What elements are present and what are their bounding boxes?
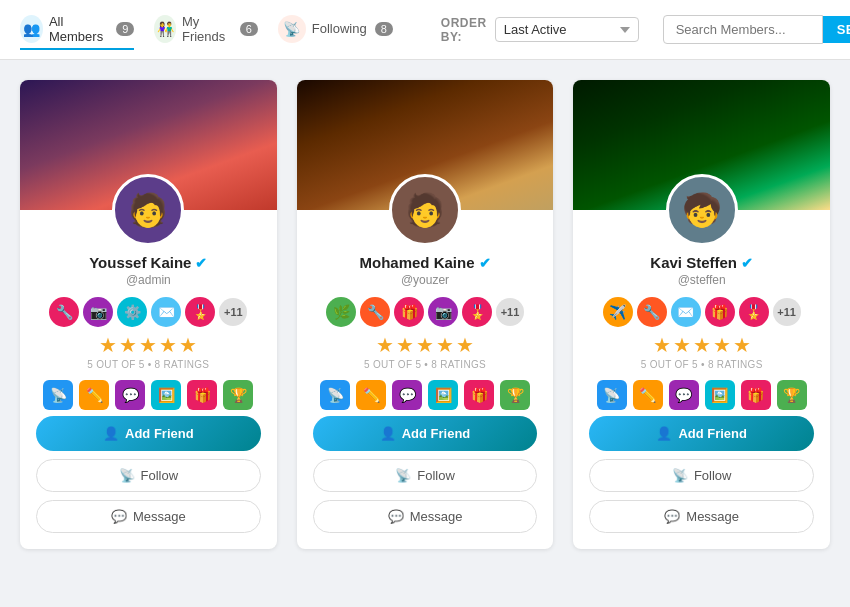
message-icon: 💬 xyxy=(388,509,404,524)
avatar: 🧒 xyxy=(666,174,738,246)
action-icon-5[interactable]: 🏆 xyxy=(777,380,807,410)
badges-row: 🌿🔧🎁📷🎖️+11 xyxy=(313,297,538,327)
add-friend-icon: 👤 xyxy=(103,426,119,441)
order-by-label: ORDER BY: xyxy=(441,16,487,44)
tab-label-my-friends: My Friends xyxy=(182,14,232,44)
tab-following[interactable]: 📡 Following 8 xyxy=(278,11,393,49)
action-icons-row: 📡✏️💬🖼️🎁🏆 xyxy=(589,380,814,410)
action-icon-3[interactable]: 🖼️ xyxy=(705,380,735,410)
action-icon-4[interactable]: 🎁 xyxy=(464,380,494,410)
star-icon: ★ xyxy=(456,333,474,357)
add-friend-icon: 👤 xyxy=(380,426,396,441)
message-button[interactable]: 💬 Message xyxy=(36,500,261,533)
member-username: @youzer xyxy=(313,273,538,287)
follow-label: Follow xyxy=(694,468,732,483)
member-name: Youssef Kaine ✔ xyxy=(36,254,261,271)
action-icon-2[interactable]: 💬 xyxy=(115,380,145,410)
action-icon-2[interactable]: 💬 xyxy=(392,380,422,410)
badge-icon-0: 🔧 xyxy=(49,297,79,327)
action-icon-2[interactable]: 💬 xyxy=(669,380,699,410)
member-name: Kavi Steffen ✔ xyxy=(589,254,814,271)
search-bar: SEARCH xyxy=(663,15,850,44)
action-icon-0[interactable]: 📡 xyxy=(43,380,73,410)
avatar: 🧑 xyxy=(112,174,184,246)
action-icon-5[interactable]: 🏆 xyxy=(500,380,530,410)
action-icon-0[interactable]: 📡 xyxy=(320,380,350,410)
badge-more: +11 xyxy=(219,298,247,326)
action-icon-3[interactable]: 🖼️ xyxy=(428,380,458,410)
tab-badge-following: 8 xyxy=(375,22,393,36)
message-button[interactable]: 💬 Message xyxy=(313,500,538,533)
action-icon-3[interactable]: 🖼️ xyxy=(151,380,181,410)
add-friend-button[interactable]: 👤 Add Friend xyxy=(313,416,538,451)
member-username: @steffen xyxy=(589,273,814,287)
badge-icon-4: 🎖️ xyxy=(462,297,492,327)
tab-icon-my-friends: 👫 xyxy=(154,15,176,43)
member-card-1: 🧑 Mohamed Kaine ✔ @youzer 🌿🔧🎁📷🎖️+11 ★★★★… xyxy=(297,80,554,549)
stars-row: ★★★★★ xyxy=(36,333,261,357)
message-label: Message xyxy=(686,509,739,524)
message-label: Message xyxy=(133,509,186,524)
follow-icon: 📡 xyxy=(395,468,411,483)
member-card-2: 🧒 Kavi Steffen ✔ @steffen ✈️🔧✉️🎁🎖️+11 ★★… xyxy=(573,80,830,549)
badge-icon-4: 🎖️ xyxy=(739,297,769,327)
follow-button[interactable]: 📡 Follow xyxy=(36,459,261,492)
star-icon: ★ xyxy=(693,333,711,357)
badge-icon-3: ✉️ xyxy=(151,297,181,327)
star-icon: ★ xyxy=(396,333,414,357)
follow-button[interactable]: 📡 Follow xyxy=(589,459,814,492)
badge-more: +11 xyxy=(496,298,524,326)
order-section: ORDER BY: Last ActiveNewest RegisteredAl… xyxy=(441,16,639,44)
verified-icon: ✔ xyxy=(479,255,491,271)
stars-row: ★★★★★ xyxy=(313,333,538,357)
badge-icon-2: ✉️ xyxy=(671,297,701,327)
tab-label-following: Following xyxy=(312,21,367,36)
add-friend-icon: 👤 xyxy=(656,426,672,441)
tab-all-members[interactable]: 👥 All Members 9 xyxy=(20,10,134,50)
top-bar: 👥 All Members 9 👫 My Friends 6 📡 Followi… xyxy=(0,0,850,60)
star-icon: ★ xyxy=(416,333,434,357)
card-body: Youssef Kaine ✔ @admin 🔧📷⚙️✉️🎖️+11 ★★★★★… xyxy=(20,246,277,549)
action-icon-1[interactable]: ✏️ xyxy=(356,380,386,410)
action-icon-1[interactable]: ✏️ xyxy=(633,380,663,410)
verified-icon: ✔ xyxy=(195,255,207,271)
badge-icon-0: ✈️ xyxy=(603,297,633,327)
star-icon: ★ xyxy=(159,333,177,357)
member-name: Mohamed Kaine ✔ xyxy=(313,254,538,271)
tab-icon-following: 📡 xyxy=(278,15,306,43)
follow-button[interactable]: 📡 Follow xyxy=(313,459,538,492)
follow-label: Follow xyxy=(141,468,179,483)
members-grid: 🧑 Youssef Kaine ✔ @admin 🔧📷⚙️✉️🎖️+11 ★★★… xyxy=(0,60,850,569)
message-label: Message xyxy=(410,509,463,524)
badge-icon-2: ⚙️ xyxy=(117,297,147,327)
action-icon-1[interactable]: ✏️ xyxy=(79,380,109,410)
action-icon-5[interactable]: 🏆 xyxy=(223,380,253,410)
add-friend-button[interactable]: 👤 Add Friend xyxy=(589,416,814,451)
action-icons-row: 📡✏️💬🖼️🎁🏆 xyxy=(36,380,261,410)
star-icon: ★ xyxy=(139,333,157,357)
message-button[interactable]: 💬 Message xyxy=(589,500,814,533)
badge-icon-2: 🎁 xyxy=(394,297,424,327)
verified-icon: ✔ xyxy=(741,255,753,271)
add-friend-button[interactable]: 👤 Add Friend xyxy=(36,416,261,451)
tab-label-all-members: All Members xyxy=(49,14,108,44)
avatar: 🧑 xyxy=(389,174,461,246)
search-button[interactable]: SEARCH xyxy=(823,16,850,43)
action-icon-4[interactable]: 🎁 xyxy=(187,380,217,410)
star-icon: ★ xyxy=(436,333,454,357)
card-avatar-wrap: 🧒 xyxy=(573,174,830,246)
star-icon: ★ xyxy=(376,333,394,357)
follow-icon: 📡 xyxy=(672,468,688,483)
tab-my-friends[interactable]: 👫 My Friends 6 xyxy=(154,10,257,50)
action-icon-0[interactable]: 📡 xyxy=(597,380,627,410)
badge-icon-1: 🔧 xyxy=(360,297,390,327)
badges-row: 🔧📷⚙️✉️🎖️+11 xyxy=(36,297,261,327)
order-select[interactable]: Last ActiveNewest RegisteredAlphabetical xyxy=(495,17,639,42)
follow-label: Follow xyxy=(417,468,455,483)
tab-badge-all-members: 9 xyxy=(116,22,134,36)
action-icons-row: 📡✏️💬🖼️🎁🏆 xyxy=(313,380,538,410)
card-body: Mohamed Kaine ✔ @youzer 🌿🔧🎁📷🎖️+11 ★★★★★ … xyxy=(297,246,554,549)
badge-icon-3: 📷 xyxy=(428,297,458,327)
search-input[interactable] xyxy=(663,15,823,44)
action-icon-4[interactable]: 🎁 xyxy=(741,380,771,410)
